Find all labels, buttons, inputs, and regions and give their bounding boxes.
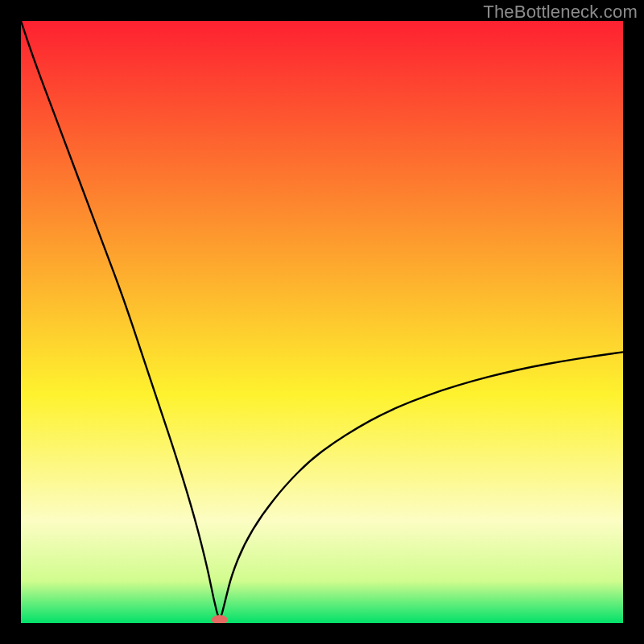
chart-frame bbox=[21, 21, 623, 623]
watermark-text: TheBottleneck.com bbox=[483, 2, 638, 23]
gradient-background bbox=[21, 21, 623, 623]
bottleneck-chart bbox=[21, 21, 623, 623]
